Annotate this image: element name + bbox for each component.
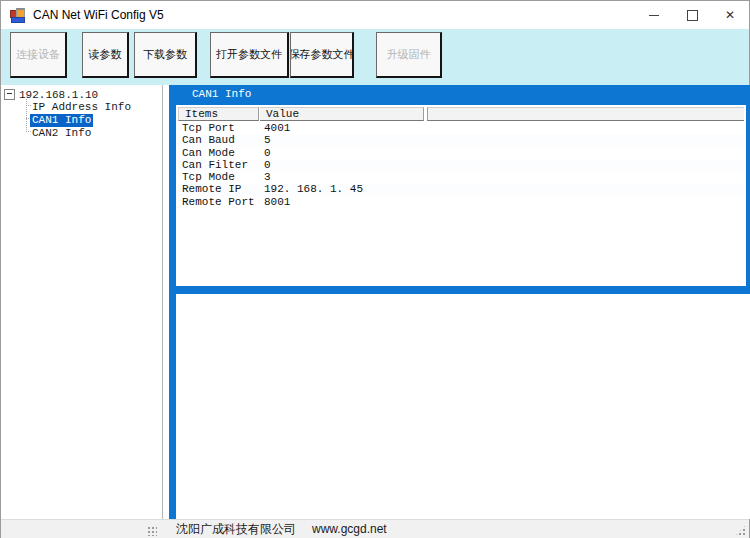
param-value[interactable]: 192. 168. 1. 45 [264, 183, 363, 195]
param-value[interactable]: 8001 [264, 196, 290, 208]
download-params-button[interactable]: 下载参数 [134, 32, 197, 78]
param-name: Tcp Port [182, 122, 235, 134]
minimize-button[interactable] [635, 1, 673, 29]
resize-grip-icon[interactable] [734, 524, 747, 537]
param-name: Can Filter [182, 159, 248, 171]
param-name: Remote IP [182, 183, 241, 195]
table-body: Tcp Port 4001 Can Baud 5 Can Mode 0 Can … [178, 122, 744, 208]
param-value[interactable]: 0 [264, 147, 271, 159]
close-icon: ✕ [725, 9, 735, 21]
splitter-grip-icon[interactable] [147, 526, 157, 536]
maximize-icon [687, 10, 698, 21]
param-name: Tcp Mode [182, 171, 235, 183]
upgrade-firmware-button[interactable]: 升级固件 [376, 32, 442, 78]
log-panel [169, 294, 750, 519]
connect-device-button[interactable]: 连接设备 [10, 32, 67, 78]
column-header-value[interactable]: Value [260, 107, 424, 121]
tree-item-ip-address-info[interactable]: IP Address Info [30, 101, 133, 114]
param-name: Remote Port [182, 196, 255, 208]
title-bar: CAN Net WiFi Config V5 ✕ [1, 1, 749, 29]
column-header-items[interactable]: Items [178, 107, 259, 121]
table-row[interactable]: Tcp Port 4001 [178, 122, 744, 134]
table-row[interactable]: Tcp Mode 3 [178, 171, 744, 183]
status-text: 沈阳广成科技有限公司www.gcgd.net [176, 520, 387, 538]
table-row[interactable]: Can Baud 5 [178, 134, 744, 146]
param-value[interactable]: 4001 [264, 122, 290, 134]
table-row[interactable]: Remote Port 8001 [178, 196, 744, 208]
minimize-icon [649, 15, 659, 16]
tree-item-can2-info[interactable]: CAN2 Info [30, 127, 93, 140]
params-table: Items Value Tcp Port 4001 Can Baud 5 Can… [176, 105, 746, 266]
maximize-button[interactable] [673, 1, 711, 29]
window-controls: ✕ [635, 1, 749, 29]
param-value[interactable]: 5 [264, 134, 271, 146]
column-header-extra [427, 107, 744, 121]
read-params-button[interactable]: 读参数 [82, 32, 129, 78]
table-row[interactable]: Can Mode 0 [178, 147, 744, 159]
save-params-file-button[interactable]: 保存参数文件 [290, 32, 354, 78]
app-window: CAN Net WiFi Config V5 ✕ 连接设备 读参数 下载参数 打… [0, 0, 750, 538]
table-row[interactable]: Can Filter 0 [178, 159, 744, 171]
tree-root-label[interactable]: 192.168.1.10 [19, 89, 98, 101]
param-name: Can Baud [182, 134, 235, 146]
collapse-icon[interactable] [4, 89, 15, 100]
table-row[interactable]: Remote IP 192. 168. 1. 45 [178, 183, 744, 195]
param-value[interactable]: 3 [264, 171, 271, 183]
website-link: www.gcgd.net [312, 522, 387, 536]
window-title: CAN Net WiFi Config V5 [33, 1, 164, 29]
device-tree-panel: 192.168.1.10 IP Address Info CAN1 Info C… [1, 85, 163, 519]
panel-header: CAN1 Info [176, 85, 746, 105]
toolbar: 连接设备 读参数 下载参数 打开参数文件 保存参数文件 升级固件 GCAN-21… [1, 29, 749, 85]
open-params-file-button[interactable]: 打开参数文件 [210, 32, 289, 78]
status-bar: 沈阳广成科技有限公司www.gcgd.net [1, 519, 749, 538]
app-icon [9, 7, 25, 23]
tree-guides [26, 99, 27, 132]
param-name: Can Mode [182, 147, 235, 159]
company-name: 沈阳广成科技有限公司 [176, 522, 296, 536]
can1-info-panel: CAN1 Info Items Value Tcp Port 4001 Can … [169, 85, 750, 294]
tree-root-row[interactable]: 192.168.1.10 [4, 88, 98, 101]
close-button[interactable]: ✕ [711, 1, 749, 29]
tree-item-can1-info[interactable]: CAN1 Info [30, 114, 93, 127]
param-value[interactable]: 0 [264, 159, 271, 171]
